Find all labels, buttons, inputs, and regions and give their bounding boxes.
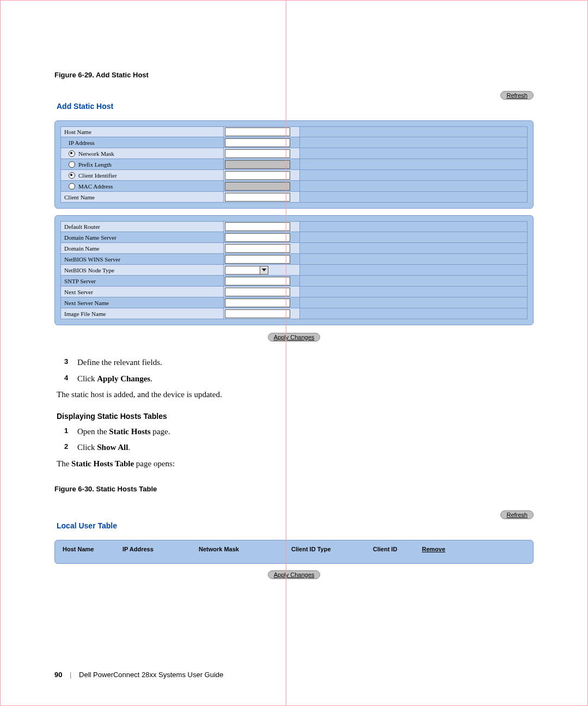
- field-spacer: [300, 265, 528, 276]
- text-input[interactable]: [225, 277, 290, 285]
- table-column-header: IP Address: [122, 546, 199, 553]
- field-input-cell: [224, 192, 300, 203]
- page-footer: 90 | Dell PowerConnect 28xx Systems User…: [54, 671, 223, 679]
- field-input-cell: [224, 308, 300, 319]
- footer-title: Dell PowerConnect 28xx Systems User Guid…: [79, 671, 223, 679]
- step-text: Click Apply Changes.: [77, 372, 152, 386]
- table-column-header: Client ID Type: [291, 546, 373, 553]
- field-label: IP Address: [60, 137, 224, 148]
- instruction-list-a: 3Define the relevant fields.4Click Apply…: [64, 356, 534, 386]
- field-label: Domain Name Server: [60, 232, 224, 243]
- text-input[interactable]: [225, 299, 290, 307]
- instruction-item: 2Click Show All.: [64, 441, 534, 455]
- subheading: Displaying Static Hosts Tables: [57, 412, 534, 421]
- field-spacer: [300, 243, 528, 254]
- field-label: NetBIOS WINS Server: [60, 254, 224, 265]
- instruction-item: 4Click Apply Changes.: [64, 372, 534, 386]
- figure-caption-2: Figure 6-30. Static Hosts Table: [54, 485, 534, 493]
- result-text-a: The static host is added, and the device…: [57, 388, 534, 402]
- result-text-b: The Static Hosts Table page opens:: [57, 457, 534, 471]
- table-column-header: Host Name: [63, 546, 122, 553]
- table-panel: Host NameIP AddressNetwork MaskClient ID…: [54, 540, 534, 564]
- text-input[interactable]: [225, 309, 290, 318]
- field-input-cell: [224, 137, 300, 148]
- text-input[interactable]: [225, 233, 290, 242]
- page-number: 90: [54, 671, 62, 679]
- text-input[interactable]: [225, 127, 290, 136]
- refresh-button[interactable]: Refresh: [500, 91, 534, 100]
- field-label: Network Mask: [60, 148, 224, 159]
- instruction-list-b: 1Open the Static Hosts page.2Click Show …: [64, 425, 534, 455]
- field-input-cell: [224, 276, 300, 287]
- field-label: Client Identifier: [60, 170, 224, 181]
- form-panel-1: Host NameIP AddressNetwork MaskPrefix Le…: [54, 120, 534, 209]
- field-input-cell: [224, 254, 300, 265]
- field-spacer: [300, 287, 528, 297]
- text-input[interactable]: [225, 193, 290, 202]
- field-input-cell: [224, 170, 300, 181]
- step-number: 3: [64, 356, 70, 370]
- text-input[interactable]: [225, 171, 290, 180]
- field-spacer: [300, 181, 528, 192]
- field-spacer: [300, 221, 528, 232]
- field-input-cell: [224, 232, 300, 243]
- field-spacer: [300, 254, 528, 265]
- text-input[interactable]: [225, 288, 290, 296]
- field-label: NetBIOS Node Type: [60, 265, 224, 276]
- step-number: 4: [64, 372, 70, 386]
- instruction-item: 3Define the relevant fields.: [64, 356, 534, 370]
- field-spacer: [300, 297, 528, 308]
- field-input-cell: [224, 287, 300, 297]
- field-input-cell: [224, 181, 300, 192]
- step-text: Define the relevant fields.: [77, 356, 162, 370]
- field-spacer: [300, 192, 528, 203]
- radio-icon[interactable]: [69, 161, 75, 168]
- select-input[interactable]: [225, 266, 268, 275]
- radio-icon[interactable]: [69, 172, 75, 179]
- apply-changes-button[interactable]: Apply Changes: [268, 333, 321, 342]
- field-input-cell: [224, 297, 300, 308]
- step-text: Open the Static Hosts page.: [77, 425, 170, 439]
- field-spacer: [300, 137, 528, 148]
- field-input-cell: [224, 221, 300, 232]
- radio-icon[interactable]: [69, 183, 75, 190]
- field-input-cell: [224, 265, 300, 276]
- text-input[interactable]: [225, 222, 290, 231]
- field-spacer: [300, 170, 528, 181]
- field-label: Next Server Name: [60, 297, 224, 308]
- field-spacer: [300, 232, 528, 243]
- table-column-header: Remove: [422, 546, 460, 553]
- field-label: Client Name: [60, 192, 224, 203]
- field-spacer: [300, 148, 528, 159]
- field-label: MAC Address: [60, 181, 224, 192]
- text-input[interactable]: [225, 244, 290, 253]
- step-text: Click Show All.: [77, 441, 130, 455]
- figure-caption-1: Figure 6-29. Add Static Host: [54, 71, 534, 79]
- field-label: SNTP Server: [60, 276, 224, 287]
- field-label: Image File Name: [60, 308, 224, 319]
- text-input: [225, 160, 290, 169]
- form-panel-2: Default RouterDomain Name ServerDomain N…: [54, 215, 534, 325]
- radio-icon[interactable]: [69, 150, 75, 157]
- table-title: Local User Table: [57, 521, 534, 530]
- field-spacer: [300, 126, 528, 137]
- field-input-cell: [224, 148, 300, 159]
- field-label: Domain Name: [60, 243, 224, 254]
- field-label: Default Router: [60, 221, 224, 232]
- text-input[interactable]: [225, 138, 290, 147]
- footer-separator: |: [70, 671, 71, 679]
- apply-changes-button-2[interactable]: Apply Changes: [268, 570, 321, 579]
- field-spacer: [300, 308, 528, 319]
- text-input[interactable]: [225, 255, 290, 264]
- refresh-button-2[interactable]: Refresh: [500, 510, 534, 519]
- text-input[interactable]: [225, 149, 290, 158]
- field-spacer: [300, 276, 528, 287]
- table-column-header: Network Mask: [199, 546, 291, 553]
- step-number: 2: [64, 441, 70, 455]
- table-column-header: Client ID: [373, 546, 422, 553]
- table-header-row: Host NameIP AddressNetwork MaskClient ID…: [63, 546, 525, 553]
- chevron-down-icon: [262, 269, 266, 271]
- field-input-cell: [224, 159, 300, 170]
- field-spacer: [300, 159, 528, 170]
- form-title: Add Static Host: [57, 102, 534, 111]
